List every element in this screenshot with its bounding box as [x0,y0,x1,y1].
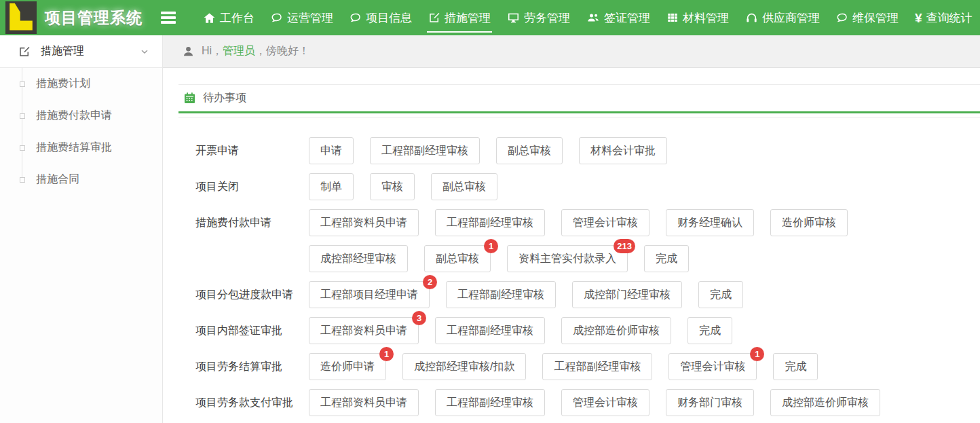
edit-icon [428,12,440,24]
workflow-step-button[interactable]: 完成 [687,317,732,344]
sidebar-section-measures[interactable]: 措施管理 [0,35,162,68]
workflow-step-button[interactable]: 成控部经理审核/扣款 [402,353,526,380]
nav-item-materials[interactable]: 材料管理 [658,0,737,35]
workflow-steps: 工程部资料员申请3工程部副经理审核成控部造价师审核完成 [309,317,732,344]
nav-item-label: 措施管理 [445,10,491,26]
nav-item-measures[interactable]: 措施管理 [420,0,499,35]
workflow-row-labor-payment-approval: 项目劳务款支付审批工程部资料员申请工程部副经理审核管理会计审核财务部门审核成控部… [195,389,980,416]
sidebar-item-measure-fee-payment-request[interactable]: 措施费付款申请 [0,100,162,132]
headset-icon [745,12,758,24]
sidebar-item-label: 措施合同 [36,172,79,187]
workflow-step-button[interactable]: 副总审核 [496,137,563,164]
workflow-label: 项目内部签证审批 [195,317,309,344]
workflow-step-button[interactable]: 管理会计审核 [561,389,649,416]
sidebar-item-measure-fee-plan[interactable]: 措施费计划 [0,68,162,100]
yen-icon: ¥ [915,12,922,24]
workflow-step-button[interactable]: 完成 [698,281,743,308]
top-navbar: 项目管理系统 工作台运营管理项目信息措施管理劳务管理签证管理材料管理供应商管理维… [0,0,980,35]
todo-panel-header: 待办事项 [178,85,980,113]
workflow-step-button[interactable]: 工程部副经理审核 [435,317,545,344]
greeting-suffix: ，傍晚好！ [255,44,309,58]
home-icon [203,12,216,24]
workflow-step-button[interactable]: 成控部造价师审核 [770,389,880,416]
nav-item-project-info[interactable]: 项目信息 [341,0,420,35]
sidebar-items: 措施费计划措施费付款申请措施费结算审批措施合同 [0,68,162,196]
user-icon [182,45,195,58]
workflow-step-line: 申请工程部副经理审核副总审核材料会计审批 [309,137,667,164]
notification-badge: 1 [484,239,498,253]
users-icon [586,11,600,24]
chevron-down-icon[interactable] [139,46,150,57]
nav-item-maintenance[interactable]: 维保管理 [828,0,907,35]
nav-item-suppliers[interactable]: 供应商管理 [737,0,828,35]
workflow-step-button[interactable]: 工程部副经理审核 [435,389,545,416]
menu-toggle-icon[interactable] [161,10,176,26]
workflow-step-button[interactable]: 财务经理确认 [666,209,754,236]
notification-badge: 3 [412,311,426,325]
workflow-row-subcontract-progress-payment: 项目分包进度款申请工程部项目经理申请2工程部副经理审核成控部门经理审核完成 [195,281,980,308]
nav-item-label: 工作台 [220,10,255,26]
workflow-step-button[interactable]: 工程部副经理审核 [435,209,545,236]
sidebar-item-measure-contract[interactable]: 措施合同 [0,164,162,196]
notification-badge: 2 [423,275,437,289]
workflow-steps: 工程部资料员申请工程部副经理审核管理会计审核财务部门审核成控部造价师审核 [309,389,880,416]
workflow-step-button[interactable]: 完成 [644,245,689,272]
workflow-step-button[interactable]: 审核 [370,173,415,200]
workflow-label: 项目劳务结算审批 [195,353,309,380]
sidebar-item-label: 措施费结算审批 [36,141,112,155]
workflow-step-button[interactable]: 工程部资料员申请 [309,389,419,416]
comment-icon [271,12,283,24]
nav-item-label: 材料管理 [683,10,729,26]
workflow-step-line: 工程部项目经理申请2工程部副经理审核成控部门经理审核完成 [309,281,743,308]
nav-item-label: 运营管理 [287,10,333,26]
workflow-step-button[interactable]: 管理会计审核1 [668,353,757,380]
grid-icon [666,12,679,24]
workflow-steps: 制单审核副总审核 [309,173,497,200]
nav-item-statistics[interactable]: ¥查询统计 [907,0,980,35]
workflow-step-button[interactable]: 完成 [773,353,818,380]
workflow-step-button[interactable]: 材料会计审批 [579,137,667,164]
sidebar-item-label: 措施费计划 [36,77,90,91]
notification-badge: 213 [614,239,635,253]
greeting-prefix: Hi， [202,44,223,58]
workflow-step-button[interactable]: 工程部资料员申请 [309,209,419,236]
nav-item-visa[interactable]: 签证管理 [578,0,658,35]
workflow-step-button[interactable]: 资料主管实付款录入213 [507,245,628,272]
greeting-bar: Hi， 管理员 ，傍晚好！ [163,35,980,68]
workflow-step-button[interactable]: 成控部经理审核 [309,245,408,272]
workflow-step-button[interactable]: 副总审核 [431,173,497,200]
app-title: 项目管理系统 [45,7,143,29]
workflow-step-button[interactable]: 工程部副经理审核 [446,281,556,308]
nav-item-label: 签证管理 [604,10,650,26]
nav-item-labor[interactable]: 劳务管理 [499,0,578,35]
workflow-step-line: 工程部资料员申请3工程部副经理审核成控部造价师审核完成 [309,317,732,344]
notification-badge: 1 [750,347,764,361]
logo-l-shape-icon [7,2,35,33]
workflow-step-button[interactable]: 造价师申请1 [309,353,386,380]
nav-item-workbench[interactable]: 工作台 [195,0,263,35]
workflow-step-button[interactable]: 造价师审核 [770,209,848,236]
workflow-step-button[interactable]: 工程部副经理审核 [370,137,480,164]
workflow-step-button[interactable]: 申请 [309,137,354,164]
sidebar-item-measure-fee-settlement-approval[interactable]: 措施费结算审批 [0,132,162,164]
workflow-step-button[interactable]: 制单 [309,173,354,200]
nav-item-operations[interactable]: 运营管理 [263,0,341,35]
workflow-step-line: 制单审核副总审核 [309,173,497,200]
workflow-step-button[interactable]: 成控部造价师审核 [561,317,671,344]
comment-icon [836,12,848,24]
navbar-items: 工作台运营管理项目信息措施管理劳务管理签证管理材料管理供应商管理维保管理¥查询统… [195,0,980,35]
workflow-step-button[interactable]: 财务部门审核 [666,389,754,416]
workflow-step-button[interactable]: 管理会计审核 [561,209,649,236]
workflow-step-button[interactable]: 工程部项目经理申请2 [309,281,430,308]
nav-item-label: 供应商管理 [762,10,820,26]
workflow-label: 项目分包进度款申请 [195,281,309,308]
workflow-step-button[interactable]: 副总审核1 [424,245,491,272]
workflow-step-line: 工程部资料员申请工程部副经理审核管理会计审核财务部门审核成控部造价师审核 [309,389,880,416]
workflow-label: 项目关闭 [195,173,309,200]
workflow-step-button[interactable]: 工程部资料员申请3 [309,317,419,344]
sidebar-section-label: 措施管理 [41,44,84,58]
workflow-step-button[interactable]: 成控部门经理审核 [572,281,682,308]
panel-title: 待办事项 [203,91,246,105]
workflow-step-button[interactable]: 工程部副经理审核 [542,353,652,380]
workflow-steps: 申请工程部副经理审核副总审核材料会计审批 [309,137,667,164]
